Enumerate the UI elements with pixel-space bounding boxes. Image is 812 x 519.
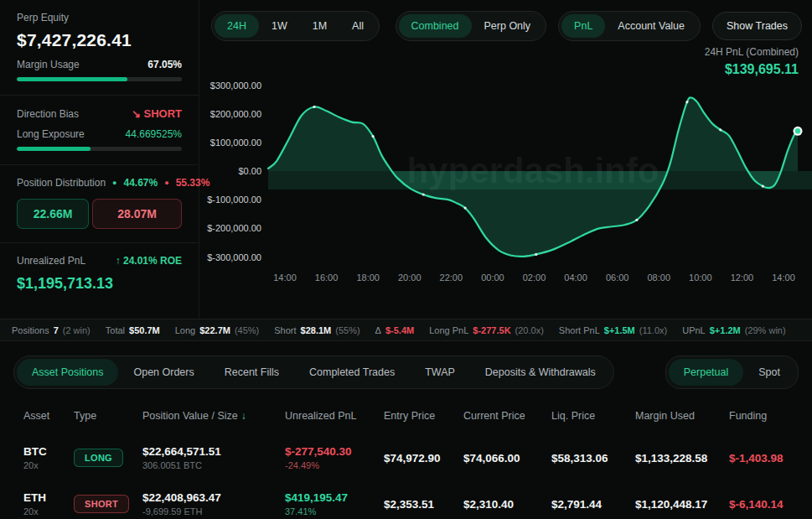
position-value: $22,408,963.47: [142, 491, 285, 504]
header-unrealized-pnl: Unrealized PnL: [285, 410, 384, 422]
funding: $-1,403.98: [729, 452, 804, 465]
range-24h-button[interactable]: 24H: [215, 14, 259, 38]
y-axis-tick: $100,000.00: [210, 138, 261, 148]
table-row[interactable]: ETH 20x SHORT $22,408,963.47 -9,699.59 E…: [0, 480, 812, 519]
perp-equity-card: Perp Equity $7,427,226.41 Margin Usage 6…: [0, 0, 199, 96]
y-axis-tick: $-200,000.00: [207, 223, 261, 233]
header-position-value[interactable]: Position Value / Size ↓: [142, 410, 285, 422]
unrealized-pnl-card: Unrealized PnL ↑ 24.01% ROE $1,195,713.1…: [0, 243, 199, 306]
current-point-inner: [795, 128, 800, 133]
margin-usage-value: 67.05%: [147, 59, 182, 70]
trade-marker: [372, 135, 375, 138]
top-section: Perp Equity $7,427,226.41 Margin Usage 6…: [0, 0, 812, 319]
unrealized-pnl-label: Unrealized PnL: [17, 255, 85, 267]
position-size: -9,699.59 ETH: [142, 506, 285, 516]
unrealized-pnl: $-277,540.30: [285, 445, 384, 458]
current-price: $2,310.40: [463, 498, 551, 511]
tab-completed-trades[interactable]: Completed Trades: [294, 359, 410, 386]
positions-table: Asset Type Position Value / Size ↓ Unrea…: [0, 397, 812, 519]
trade-marker: [313, 106, 315, 108]
show-trades-button[interactable]: Show Trades: [712, 12, 802, 40]
account-value-button[interactable]: Account Value: [605, 14, 697, 38]
trade-marker: [422, 193, 425, 195]
margin-usage-label: Margin Usage: [17, 59, 80, 70]
direction-bias-value: ↘ SHORT: [132, 107, 182, 120]
x-axis-tick: 16:00: [315, 272, 339, 283]
liq-price: $58,313.06: [551, 452, 635, 465]
trade-marker: [762, 185, 764, 188]
section-tabs: Asset Positions Open Orders Recent Fills…: [13, 356, 614, 389]
mode-toggle-group: Combined Perp Only: [396, 11, 547, 41]
x-axis-tick: 08:00: [647, 272, 670, 283]
y-axis-tick: $200,000.00: [210, 109, 261, 119]
tab-asset-positions[interactable]: Asset Positions: [17, 359, 118, 386]
market-toggle-group: Perpetual Spot: [665, 356, 799, 389]
summary-delta: Δ$-5.4M: [375, 325, 415, 335]
position-distribution-label: Position Distribution: [17, 177, 106, 189]
spot-toggle[interactable]: Spot: [743, 359, 795, 386]
positions-summary-bar: Positions7(2 win) Total$50.7M Long$22.7M…: [0, 319, 812, 341]
pnl-button[interactable]: PnL: [561, 14, 605, 38]
summary-positions: Positions7(2 win): [12, 325, 91, 335]
current-price: $74,066.00: [463, 452, 551, 465]
header-current-price: Current Price: [463, 410, 551, 422]
position-type-badge: LONG: [74, 449, 123, 467]
perpetual-toggle[interactable]: Perpetual: [669, 359, 744, 386]
short-dot-icon: ●: [164, 179, 168, 187]
chart-toolbar: 24H 1W 1M All Combined Perp Only PnL Acc…: [211, 11, 802, 41]
long-percentage: 44.67%: [124, 177, 158, 189]
long-distribution-box: 22.66M: [17, 199, 89, 229]
x-axis-tick: 20:00: [398, 272, 422, 283]
unrealized-pnl: $419,195.47: [285, 491, 384, 504]
summary-short-pnl: Short PnL$+1.5M(11.0x): [559, 325, 667, 335]
x-axis-tick: 14:00: [273, 272, 297, 283]
chart-panel: 24H 1W 1M All Combined Perp Only PnL Acc…: [199, 0, 812, 319]
funding: $-6,140.14: [729, 498, 804, 511]
entry-price: $74,972.90: [384, 452, 463, 465]
asset-leverage: 20x: [23, 460, 74, 470]
summary-long-pnl: Long PnL$-277.5K(20.0x): [429, 325, 544, 335]
range-1w-button[interactable]: 1W: [259, 14, 300, 38]
table-header-row: Asset Type Position Value / Size ↓ Unrea…: [0, 397, 812, 434]
margin-usage-bar: [17, 77, 182, 81]
tab-recent-fills[interactable]: Recent Fills: [209, 359, 294, 386]
perp-only-button[interactable]: Perp Only: [472, 14, 544, 38]
header-funding: Funding: [729, 410, 804, 422]
trade-marker: [635, 219, 638, 221]
header-entry-price: Entry Price: [384, 410, 463, 422]
x-axis-tick: 06:00: [606, 272, 629, 283]
metric-toggle-group: PnL Account Value: [558, 11, 701, 41]
summary-short: Short$28.1M(55%): [274, 325, 359, 335]
trade-marker: [719, 128, 721, 131]
tab-open-orders[interactable]: Open Orders: [118, 359, 209, 386]
header-margin-used: Margin Used: [635, 410, 729, 422]
y-axis-tick: $0.00: [238, 166, 261, 176]
bottom-tabs-row: Asset Positions Open Orders Recent Fills…: [0, 341, 812, 397]
table-row[interactable]: BTC 20x LONG $22,664,571.51 306.0051 BTC…: [0, 434, 812, 480]
pnl-chart-svg: hyperdash.info$300,000.00$200,000.00$100…: [199, 80, 812, 298]
x-axis-tick: 02:00: [523, 272, 546, 283]
tab-twap[interactable]: TWAP: [410, 359, 470, 386]
long-dot-icon: ●: [112, 179, 116, 187]
tab-deposits-withdrawals[interactable]: Deposits & Withdrawals: [470, 359, 611, 386]
y-axis-tick: $-100,000.00: [207, 195, 261, 205]
combined-button[interactable]: Combined: [399, 14, 472, 38]
trade-marker: [464, 206, 467, 209]
long-exposure-label: Long Exposure: [17, 128, 85, 140]
range-all-button[interactable]: All: [339, 14, 376, 38]
range-1m-button[interactable]: 1M: [300, 14, 339, 38]
x-axis-tick: 00:00: [481, 272, 504, 283]
x-axis-tick: 14:00: [772, 272, 795, 283]
asset-symbol: BTC: [23, 445, 74, 458]
liq-price: $2,791.44: [551, 498, 635, 511]
long-exposure-bar: [17, 147, 182, 151]
entry-price: $2,353.51: [384, 498, 463, 511]
trade-marker: [685, 101, 688, 103]
x-axis-tick: 18:00: [356, 272, 380, 283]
short-distribution-box: 28.07M: [92, 199, 182, 229]
unrealized-pnl-pct: 37.41%: [285, 506, 384, 516]
unrealized-pnl-pct: -24.49%: [285, 460, 384, 470]
x-axis-tick: 12:00: [731, 272, 754, 283]
header-liq-price: Liq. Price: [551, 410, 635, 422]
trading-dashboard: Perp Equity $7,427,226.41 Margin Usage 6…: [0, 0, 812, 519]
